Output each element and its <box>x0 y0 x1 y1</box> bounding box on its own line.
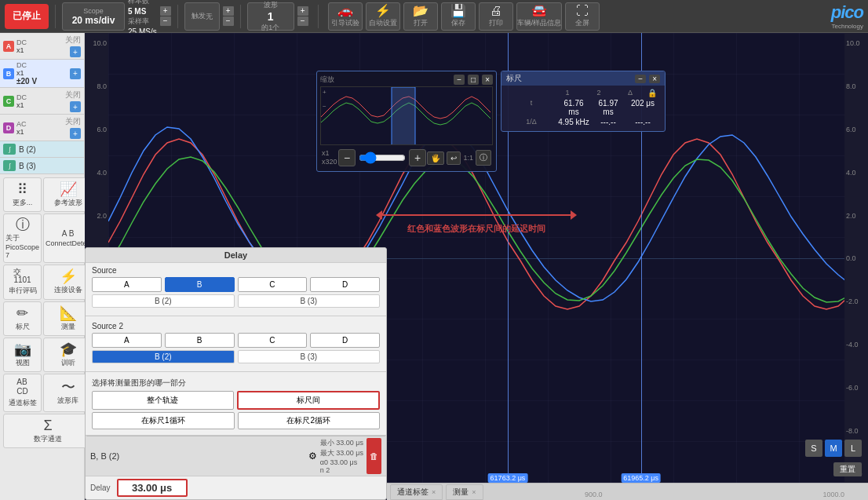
src2-d-btn[interactable]: D <box>310 333 380 348</box>
connect-device-icon: ⚡ <box>60 269 77 283</box>
src-b-btn[interactable]: B <box>165 277 235 292</box>
ruler-button[interactable]: ✏ 标尺 <box>3 301 42 336</box>
minimap-maximize[interactable]: □ <box>468 75 479 85</box>
src2-a-btn[interactable]: A <box>92 333 162 348</box>
y-label-10: 10.0 <box>86 39 107 47</box>
about-label: 关于 PicoScope 7 <box>5 233 39 259</box>
scope-plus[interactable]: + <box>160 6 171 16</box>
zoom-minus-btn[interactable]: − <box>338 149 356 166</box>
minimap-panel: 缩放 − □ × + − <box>316 71 497 172</box>
view-button[interactable]: 📷 视图 <box>3 338 42 372</box>
fullscreen-button[interactable]: ⛶ 全屏 <box>565 2 600 31</box>
serial-button[interactable]: 交1101 串行评码 <box>3 265 42 300</box>
channel-c-add[interactable]: + <box>70 101 81 112</box>
ruler-close[interactable]: × <box>649 75 660 83</box>
m-btn[interactable]: M <box>825 440 842 457</box>
minimap-minus: − <box>323 103 326 110</box>
more-button[interactable]: ⠿ 更多... <box>3 177 42 212</box>
minimap-hand-btn[interactable]: 🖐 <box>427 151 444 165</box>
time-marker-2: 61965.2 μs <box>621 473 661 483</box>
trigger-controls: + − <box>223 6 234 26</box>
channel-c-coupling: DC <box>16 93 27 101</box>
math-b2-icon: ∫ <box>3 144 16 155</box>
wave-minus[interactable]: − <box>297 16 308 26</box>
wave-block: 波形 1 的1个 <box>247 2 294 31</box>
about-button[interactable]: ⓘ 关于 PicoScope 7 <box>3 214 42 263</box>
zoom-plus-btn[interactable]: + <box>409 149 426 166</box>
channel-b-add[interactable]: + <box>70 68 81 79</box>
minimap-info-btn[interactable]: ⓘ <box>476 150 491 166</box>
minimap-x[interactable]: × <box>482 75 493 85</box>
part-ruler-btn[interactable]: 标尺间 <box>237 391 381 410</box>
channel-b-color: B <box>3 68 14 79</box>
scope-minus[interactable]: − <box>160 16 171 26</box>
channel-a-info: DC x1 <box>16 38 27 54</box>
y-label-2: 2.0 <box>86 212 107 220</box>
minimap-x320: x320 <box>322 158 337 166</box>
ruler-minimize[interactable]: − <box>635 75 646 83</box>
fullscreen-label: 全屏 <box>575 18 589 28</box>
minimap-undo-btn[interactable]: ↩ <box>447 151 461 165</box>
open-button[interactable]: 📂 打开 <box>403 2 438 31</box>
l-btn[interactable]: L <box>844 440 862 457</box>
y-r-n8: -8.0 <box>846 427 866 435</box>
test-button[interactable]: 🚗 引导试验 <box>328 2 363 31</box>
math-channel-b3[interactable]: ∫ B (3) <box>0 158 84 174</box>
delay-delete-btn[interactable]: 🗑 <box>367 438 381 474</box>
src2-b-btn[interactable]: B <box>165 333 235 348</box>
src-d-btn[interactable]: D <box>310 277 380 292</box>
print-button[interactable]: 🖨 打印 <box>479 2 513 31</box>
folder-icon: 📂 <box>413 5 429 17</box>
math-b3-icon: ∫ <box>3 160 16 171</box>
channel-d-color: D <box>3 122 14 133</box>
ruler-title: 标尺 <box>506 73 522 84</box>
trigger-minus[interactable]: − <box>223 16 234 26</box>
ruler-empty-cell <box>508 89 550 97</box>
ruler-header: 标尺 − × <box>501 71 665 86</box>
channel-label-label: 通道标签 <box>9 398 37 408</box>
auto-button[interactable]: ⚡ 自动设置 <box>366 2 400 31</box>
src2-c-btn[interactable]: C <box>238 333 308 348</box>
s-btn[interactable]: S <box>805 440 822 457</box>
wave-plus[interactable]: + <box>297 6 308 16</box>
stop-button[interactable]: 已停止 <box>5 4 49 29</box>
minimap-close[interactable]: − <box>454 75 465 85</box>
minimap-plus: + <box>323 89 326 96</box>
y-axis-right: 10.0 8.0 6.0 4.0 2.0 0.0 -2.0 -4.0 -6.0 … <box>844 33 868 484</box>
y-r-0: 0.0 <box>846 254 866 262</box>
src-c-btn[interactable]: C <box>238 277 308 292</box>
channel-d-block: D AC x1 关闭 + <box>0 115 84 141</box>
toolbar: 已停止 Scope 20 ms/div 样本数 5 MS 采样率 25 MS/s… <box>0 0 868 33</box>
y-r-n4: -4.0 <box>846 341 866 349</box>
count-label: n <box>320 466 324 474</box>
ruler-td: 202 μs <box>627 99 658 116</box>
annotation-text: 红色和蓝色波形在标尺间的延迟时间 <box>376 223 577 235</box>
channel-a-coupling: DC <box>16 38 27 46</box>
math-channel-b2[interactable]: ∫ B (2) <box>0 141 84 158</box>
view-icon: 📷 <box>14 342 31 356</box>
channel-a-add[interactable]: + <box>70 46 81 57</box>
time-marker-1: 61763.2 μs <box>488 473 528 483</box>
channel-d-coupling: AC <box>16 120 27 128</box>
reset-button[interactable]: 重置 <box>833 462 862 476</box>
channel-label-button[interactable]: ABCD 通道标签 <box>3 374 42 412</box>
vehicle-button[interactable]: 🚘 车辆/样品信息 <box>516 2 563 31</box>
trigger-plus[interactable]: + <box>223 6 234 16</box>
channel-d-add[interactable]: + <box>70 128 81 139</box>
part-ruler1-btn[interactable]: 在标尺1循环 <box>92 412 235 429</box>
channel-a-range: x1 <box>16 46 27 54</box>
part-ruler2-btn[interactable]: 在标尺2循环 <box>238 412 381 429</box>
scope-block: Scope 20 ms/div <box>62 2 125 31</box>
part-trace-btn[interactable]: 整个轨迹 <box>92 391 234 410</box>
vehicle-icon: 🚘 <box>531 5 547 17</box>
delay-settings-btn[interactable]: ⚙ <box>308 438 317 474</box>
digital-channel-button[interactable]: Σ 数字通道 <box>3 414 93 448</box>
delay-result-panel: B, B (2) ⚙ 最小 33.00 μs 最大 33.00 μs α0 33… <box>85 436 387 500</box>
channel-a-right: 关闭 + <box>65 35 81 57</box>
vehicle-label: 车辆/样品信息 <box>517 18 562 28</box>
save-button[interactable]: 💾 保存 <box>441 2 476 31</box>
source2-label: Source 2 <box>92 322 380 330</box>
zoom-slider[interactable] <box>359 151 406 164</box>
src-a-btn[interactable]: A <box>92 277 162 292</box>
minimap-header: 缩放 − □ × <box>320 75 493 85</box>
